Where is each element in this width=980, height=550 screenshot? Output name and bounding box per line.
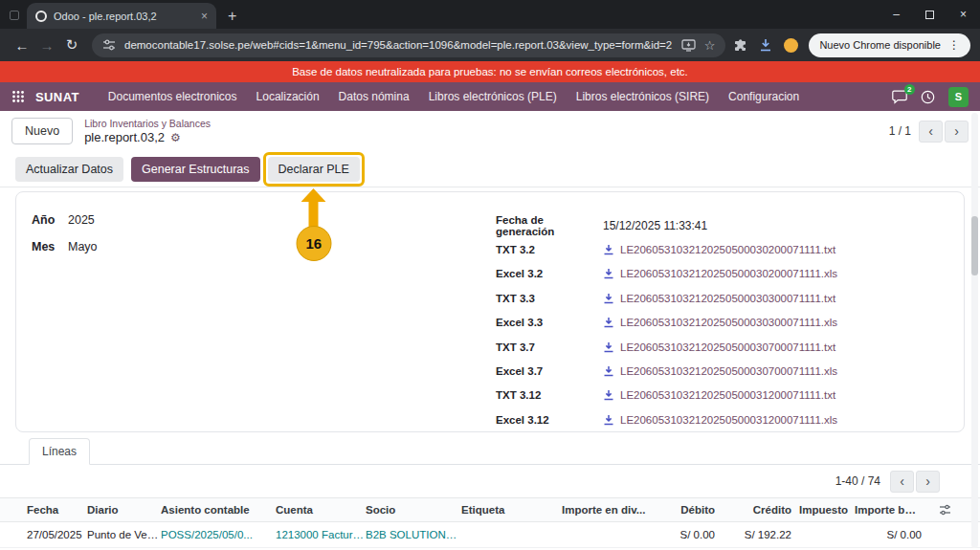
list-pager-prev-button[interactable]: ‹ bbox=[890, 471, 914, 493]
col-header-asiento[interactable]: Asiento contable bbox=[161, 504, 276, 516]
install-icon[interactable] bbox=[681, 39, 696, 52]
address-bar[interactable]: democontable17.solse.pe/web#cids=1&menu_… bbox=[92, 33, 725, 57]
download-icon[interactable] bbox=[603, 389, 614, 401]
reload-icon[interactable]: ↻ bbox=[59, 36, 84, 54]
toggle-columns-icon[interactable] bbox=[939, 504, 951, 516]
col-header-debito[interactable]: Débito bbox=[646, 504, 715, 516]
year-value[interactable]: 2025 bbox=[68, 213, 95, 227]
back-icon[interactable]: ← bbox=[10, 37, 34, 54]
nav-menu-item[interactable]: Libros electrónicos (SIRE) bbox=[567, 90, 719, 103]
window-icon bbox=[10, 11, 19, 20]
file-link[interactable]: LE2060531032120250500030200071111.txt bbox=[620, 244, 835, 255]
declare-ple-button[interactable]: Declarar PLE bbox=[268, 157, 360, 182]
col-header-importe-base[interactable]: Importe base bbox=[855, 504, 922, 516]
breadcrumb-parent-link[interactable]: Libro Inventarios y Balances bbox=[84, 118, 211, 129]
browser-menu-icon[interactable]: ⋮ bbox=[948, 38, 960, 52]
nav-right: 2 S bbox=[892, 87, 969, 107]
pager-prev-button[interactable]: ‹ bbox=[919, 121, 943, 143]
list-pager-next-button[interactable]: › bbox=[916, 471, 940, 493]
gear-icon[interactable]: ⚙ bbox=[170, 131, 181, 144]
month-value[interactable]: Mayo bbox=[68, 240, 98, 253]
col-header-credito[interactable]: Crédito bbox=[715, 504, 791, 516]
odoo-favicon-icon bbox=[35, 11, 47, 22]
profile-avatar-icon[interactable] bbox=[784, 38, 798, 53]
new-tab-button[interactable]: + bbox=[228, 9, 236, 24]
table-row[interactable]: 27/05/2025 Punto de Venta POSS/2025/05/0… bbox=[0, 522, 980, 548]
toolbar-right: Nuevo Chrome disponible ⋮ bbox=[733, 33, 970, 57]
user-avatar[interactable]: S bbox=[948, 87, 969, 107]
browser-tab[interactable]: Odoo - ple.report.03,2 × bbox=[27, 3, 216, 29]
maximize-button[interactable] bbox=[913, 0, 947, 29]
col-header-importe-div[interactable]: Importe en div... bbox=[562, 504, 646, 516]
chrome-update-label: Nuevo Chrome disponible bbox=[819, 39, 941, 51]
odoo-navbar: SUNAT Documentos electronicos Localizaci… bbox=[0, 82, 980, 111]
neutralized-banner: Base de datos neutralizada para pruebas:… bbox=[0, 61, 980, 82]
download-icon[interactable] bbox=[603, 414, 614, 426]
nav-menu-item[interactable]: Localización bbox=[247, 90, 329, 103]
file-field-row: Excel 3.3 LE2060531032120250500030300071… bbox=[496, 311, 948, 335]
annotation-arrow-up-icon bbox=[301, 188, 326, 229]
nav-menu-item[interactable]: Libros electrónicos (PLE) bbox=[419, 90, 567, 103]
close-button[interactable]: × bbox=[947, 0, 980, 29]
scrollbar-thumb[interactable] bbox=[971, 216, 978, 275]
site-settings-icon[interactable] bbox=[102, 38, 116, 52]
file-field-row: TXT 3.7 LE206053103212025050003070007111… bbox=[496, 335, 948, 359]
col-header-socio[interactable]: Socio bbox=[366, 504, 461, 516]
file-link[interactable]: LE2060531032120250500031200071111.xls bbox=[620, 414, 837, 426]
file-link[interactable]: LE2060531032120250500030300071111.xls bbox=[620, 317, 837, 328]
row-cell-credito: S/ 192.22 bbox=[715, 529, 791, 540]
file-link[interactable]: LE2060531032120250500030700071111.xls bbox=[620, 365, 837, 377]
list-pager: 1-40 / 74 ‹ › bbox=[0, 465, 980, 497]
row-cell-cuenta: 1213000 Facturas... bbox=[276, 529, 366, 540]
messages-button[interactable]: 2 bbox=[892, 90, 907, 104]
download-icon[interactable] bbox=[603, 293, 614, 304]
chrome-update-button[interactable]: Nuevo Chrome disponible ⋮ bbox=[809, 33, 970, 57]
download-icon[interactable] bbox=[603, 317, 614, 328]
file-field-label: TXT 3.12 bbox=[496, 389, 603, 401]
row-cell-socio: B2B SOLUTIONS ... bbox=[366, 529, 461, 540]
breadcrumb: Libro Inventarios y Balances ple.report.… bbox=[84, 118, 211, 144]
activities-clock-icon[interactable] bbox=[921, 90, 935, 104]
generate-structures-button[interactable]: Generar Estructuras bbox=[131, 157, 260, 182]
tab-lineas[interactable]: Líneas bbox=[29, 438, 90, 465]
download-icon[interactable] bbox=[603, 365, 614, 377]
bookmark-star-icon[interactable]: ☆ bbox=[704, 38, 716, 53]
file-link[interactable]: LE2060531032120250500030200071111.xls bbox=[620, 268, 837, 279]
generation-date-value: 15/12/2025 11:33:41 bbox=[603, 219, 707, 232]
list-pager-value[interactable]: 1-40 / 74 bbox=[835, 474, 880, 488]
row-cell-debito: S/ 0.00 bbox=[646, 529, 715, 540]
record-pager-value[interactable]: 1 / 1 bbox=[889, 124, 911, 138]
apps-grid-icon[interactable] bbox=[11, 90, 25, 103]
new-button[interactable]: Nuevo bbox=[11, 118, 73, 144]
col-header-diario[interactable]: Diario bbox=[87, 504, 161, 516]
downloads-icon[interactable] bbox=[758, 37, 773, 53]
col-header-etiqueta[interactable]: Etiqueta bbox=[461, 504, 562, 516]
tab-close-icon[interactable]: × bbox=[201, 11, 208, 22]
nav-menu-item[interactable]: Configuracion bbox=[719, 90, 809, 103]
col-header-fecha[interactable]: Fecha bbox=[27, 504, 87, 516]
download-icon[interactable] bbox=[603, 268, 614, 279]
file-field-row: TXT 3.2 LE206053103212025050003020007111… bbox=[496, 237, 948, 261]
forward-icon[interactable]: → bbox=[34, 37, 59, 54]
file-field-row: TXT 3.3 LE206053103212025050003030007111… bbox=[496, 286, 948, 310]
tab-title: Odoo - ple.report.03,2 bbox=[54, 11, 194, 22]
pager-next-button[interactable]: › bbox=[945, 121, 969, 143]
download-icon[interactable] bbox=[603, 244, 614, 255]
file-link[interactable]: LE2060531032120250500030700071111.txt bbox=[620, 341, 835, 353]
form-sheet: Año 2025 Mes Mayo Fecha de generación 15… bbox=[15, 191, 965, 432]
annotation-step-number: 16 bbox=[296, 226, 331, 261]
file-link[interactable]: LE2060531032120250500030300071111.txt bbox=[620, 293, 835, 304]
minimize-button[interactable]: – bbox=[880, 0, 913, 29]
extensions-icon[interactable] bbox=[733, 38, 747, 53]
nav-menu-item[interactable]: Datos nómina bbox=[329, 90, 419, 103]
col-header-cuenta[interactable]: Cuenta bbox=[276, 504, 366, 516]
col-header-impuesto[interactable]: Impuesto bbox=[791, 504, 855, 516]
file-field-label: Excel 3.7 bbox=[496, 365, 603, 377]
update-data-button[interactable]: Actualizar Datos bbox=[15, 157, 123, 182]
file-link[interactable]: LE2060531032120250500031200071111.txt bbox=[620, 389, 835, 401]
download-icon[interactable] bbox=[603, 341, 614, 353]
notebook-tabs: Líneas bbox=[0, 438, 980, 465]
scrollbar-track[interactable] bbox=[971, 113, 978, 548]
nav-menu-item[interactable]: Documentos electronicos bbox=[99, 90, 247, 103]
app-name[interactable]: SUNAT bbox=[35, 90, 79, 104]
